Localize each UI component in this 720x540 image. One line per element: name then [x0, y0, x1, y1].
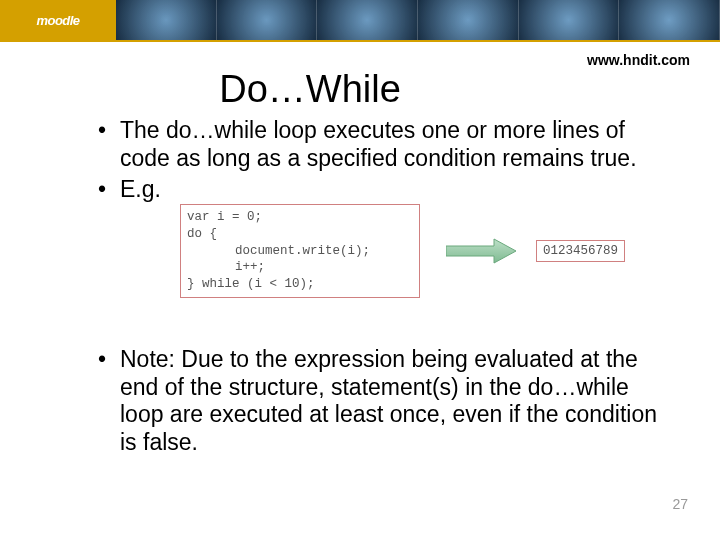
code-box: var i = 0; do { document.write(i); i++; …	[180, 204, 420, 298]
example-label: E.g.	[120, 176, 161, 202]
code-line: i++;	[187, 259, 413, 276]
slide-title: Do…While	[0, 68, 720, 111]
bullet-note: Note: Due to the expression being evalua…	[120, 346, 660, 456]
banner-collage	[116, 0, 720, 40]
code-line: do {	[187, 226, 413, 243]
svg-marker-0	[446, 239, 516, 263]
code-line: document.write(i);	[187, 243, 413, 260]
logo-text: moodle	[36, 13, 79, 28]
example-row: var i = 0; do { document.write(i); i++; …	[180, 204, 660, 298]
output-box: 0123456789	[536, 240, 625, 262]
bullet-example-label: E.g.	[120, 176, 161, 204]
header-banner: moodle	[0, 0, 720, 42]
arrow-icon	[446, 237, 516, 265]
slide-content: The do…while loop executes one or more l…	[0, 117, 720, 457]
moodle-logo: moodle	[0, 0, 116, 40]
bullet-description: The do…while loop executes one or more l…	[120, 117, 660, 172]
site-url: www.hndit.com	[587, 52, 690, 68]
code-line: var i = 0;	[187, 209, 413, 226]
code-line: } while (i < 10);	[187, 276, 413, 293]
page-number: 27	[672, 496, 688, 512]
